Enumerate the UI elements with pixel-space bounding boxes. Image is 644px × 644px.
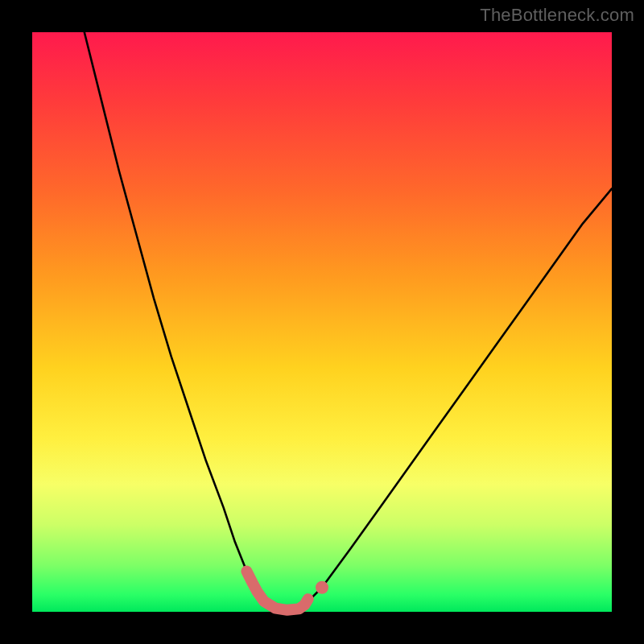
bottleneck-dot (316, 581, 328, 594)
bottleneck-highlight (246, 572, 308, 610)
chart-frame: TheBottleneck.com (0, 0, 644, 644)
watermark-label: TheBottleneck.com (480, 5, 634, 26)
curve-svg (32, 32, 612, 612)
plot-area (32, 32, 612, 612)
bottleneck-curve (85, 32, 612, 610)
